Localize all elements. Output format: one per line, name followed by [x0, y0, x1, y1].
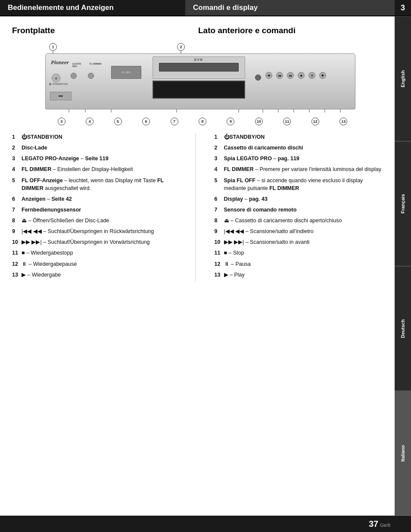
header-right-title: Comandi e display [185, 0, 395, 16]
right-section-heading: Lato anteriore e comandi [198, 26, 384, 35]
left-item-9: 9 |◀◀ ◀◀ – Suchlauf/Überspringen in Rück… [12, 227, 182, 235]
description-lists: 1 ⏻STANDBY/ON 2 Disc-Lade 3 LEGATO PRO-A… [12, 133, 384, 282]
legato-label: LEGATOPRO [72, 62, 81, 68]
left-item-13: 13 ▶ – Wiedergabe [12, 271, 182, 279]
eject-btn: ⏏ [265, 72, 272, 79]
section-number: 3 [395, 0, 411, 16]
left-item-11: 11 ■ – Wiedergabestopp [12, 249, 182, 257]
callout-5: 5 [114, 118, 122, 125]
left-item-5: 5 FL OFF-Anzeige – leuchtet, wenn das Di… [12, 177, 182, 192]
dvd-tray: DVD [153, 56, 245, 79]
right-item-9: 9 |◀◀ ◀◀ – Scansione/salto all'indietro [215, 227, 385, 235]
callout-7: 7 [171, 118, 178, 125]
callout-10: 10 [255, 118, 263, 125]
callout-8: 8 [199, 118, 206, 125]
device-illustration: Pioneer ⏻ ⏻ STANDBY/ON LEGATOPRO FL DIMM… [45, 53, 355, 109]
callout-13: 13 [339, 118, 347, 125]
right-item-12: 12 ⏸ – Pausa [215, 260, 385, 268]
header-left-title: Bedienelemente und Anzeigen [0, 0, 185, 16]
column-divider [195, 133, 196, 282]
bottom-bar: 37 Ge/It [0, 516, 411, 532]
pioneer-logo: Pioneer [51, 59, 69, 66]
left-section-heading: Frontplatte [12, 26, 198, 35]
lang-tab-francais[interactable]: Français [395, 141, 411, 266]
section-titles-row: Frontplatte Lato anteriore e comandi [12, 26, 384, 35]
left-item-1: 1 ⏻STANDBY/ON [12, 133, 182, 141]
knob-3 [71, 73, 77, 79]
main-display [153, 81, 245, 99]
left-item-7: 7 Fernbedienungssensor [12, 206, 182, 214]
right-item-5: 5 Spia FL OFF – si accende quando viene … [215, 177, 385, 192]
left-list: 1 ⏻STANDBY/ON 2 Disc-Lade 3 LEGATO PRO-A… [12, 133, 182, 282]
standby-label: ⏻ STANDBY/ON [49, 83, 68, 85]
right-item-2: 2 Cassetto di caricamento dischi [215, 144, 385, 152]
left-item-10: 10 ▶▶ ▶▶| – Suchlauf/Überspringen in Vor… [12, 238, 182, 246]
callout-numbers-row: 3 4 5 6 7 8 9 10 11 12 13 [47, 118, 358, 125]
main-content: Frontplatte Lato anteriore e comandi 1 [0, 16, 395, 516]
callout-6: 6 [142, 118, 150, 125]
left-item-3: 3 LEGATO PRO-Anzeige – Seite 119 [12, 155, 182, 162]
callout-3: 3 [58, 118, 65, 125]
pause-btn: ⏸ [308, 72, 315, 79]
right-item-11: 11 ■ – Stop [215, 249, 385, 257]
rw-label: RW [50, 92, 72, 100]
right-item-1: 1 ⏻STANDBY/ON [215, 133, 385, 141]
right-item-6: 6 Display – pag. 43 [215, 195, 385, 203]
right-item-10: 10 ▶▶ ▶▶| – Scansione/salto in avanti [215, 238, 385, 246]
tray-slot [159, 63, 239, 72]
left-section-title: Bedienelemente und Anzeigen [8, 3, 114, 12]
stop-btn: ■ [298, 72, 305, 79]
control-buttons-row: ⏏ ⏮ ⏭ ■ ⏸ ▶ [265, 72, 326, 79]
left-item-6: 6 Anzeigen – Seite 42 [12, 195, 182, 203]
left-item-2: 2 Disc-Lade [12, 144, 182, 152]
callout-12: 12 [311, 118, 319, 125]
right-item-4: 4 FL DIMMER – Premere per variare l'inte… [215, 165, 385, 173]
page-sub: Ge/It [380, 523, 390, 528]
lang-tab-english[interactable]: English [395, 16, 411, 141]
right-item-13: 13 ▶ – Play [215, 271, 385, 279]
callout-2: 2 [177, 43, 185, 51]
left-item-12: 12 ⏸ – Wiedergabepause [12, 260, 182, 268]
next-btn: ⏭ [287, 72, 294, 79]
right-list: 1 ⏻STANDBY/ON 2 Cassetto di caricamento … [209, 133, 385, 282]
right-item-7: 7 Sensore di comando remoto [215, 206, 385, 214]
play-btn: ▶ [319, 72, 326, 79]
lang-tab-italiano[interactable]: Italiano [395, 391, 411, 516]
page-number: 37 [369, 519, 378, 529]
fl-dimmer-label: FL DIMMER [90, 62, 102, 65]
left-item-8: 8 ⏏ – Öffnen/Schließen der Disc-Lade [12, 217, 182, 224]
prev-btn: ⏮ [276, 72, 283, 79]
page-header: Bedienelemente und Anzeigen Comandi e di… [0, 0, 411, 16]
standby-indicator: ⏻ [52, 74, 60, 82]
lang-tab-deutsch[interactable]: Deutsch [395, 266, 411, 391]
left-item-4: 4 FL DIMMER – Einstellen der Display-Hel… [12, 165, 182, 173]
fl-off-display: FL OFF [111, 66, 141, 79]
right-item-3: 3 Spia LEGATO PRO – pag. 119 [215, 155, 385, 162]
right-item-8: 8 ⏏ – Cassetto di caricamento dischi ape… [215, 217, 385, 224]
device-diagram: 1 2 Pioneer ⏻ ⏻ STANDBY/ON LEGATOPRO FL … [22, 41, 375, 125]
callout-4: 4 [86, 118, 93, 125]
right-section-title: Comandi e display [193, 3, 258, 12]
callout-9: 9 [227, 118, 234, 125]
remote-sensor [255, 75, 261, 81]
callout-1: 1 [49, 43, 57, 51]
knob-4 [88, 73, 94, 79]
language-sidebar: English Français Deutsch Italiano [395, 16, 411, 516]
dvd-text: DVD [194, 58, 203, 61]
callout-11: 11 [283, 118, 291, 125]
